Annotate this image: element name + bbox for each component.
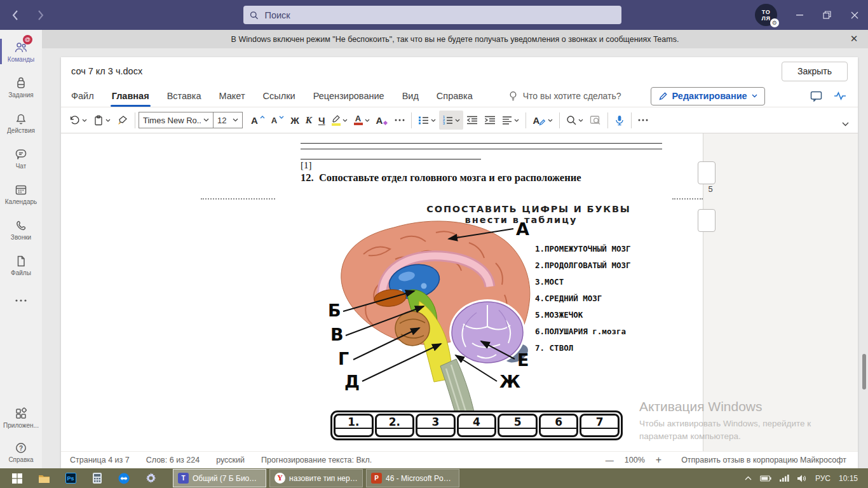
comments-icon[interactable] — [810, 91, 822, 102]
taskbar-app-teams[interactable]: T Общий (7 Б Биолог... — [173, 469, 266, 487]
microphone-icon — [614, 115, 625, 126]
network-signal-icon[interactable] — [780, 475, 789, 482]
taskbar-app-powerpoint[interactable]: P 46 - Microsoft Power... — [366, 469, 459, 487]
back-icon[interactable] — [8, 8, 23, 23]
shrink-font-button[interactable]: А — [268, 111, 287, 130]
sidebar-item-activity[interactable]: Действия — [0, 105, 42, 140]
sidebar-item-help[interactable]: ? Справка — [0, 435, 42, 468]
zoom-in-button[interactable]: + — [654, 454, 663, 466]
tab-review[interactable]: Рецензирование — [304, 85, 393, 107]
clear-formatting-button[interactable]: А — [373, 111, 392, 130]
immersive-reader-button[interactable] — [587, 111, 604, 130]
tab-layout[interactable]: Макет — [210, 85, 254, 107]
collapse-ribbon-button[interactable] — [842, 122, 853, 126]
page-indicator[interactable]: Страница 4 из 7 — [70, 456, 130, 464]
sidebar-item-assignments[interactable]: Задания — [0, 69, 42, 105]
dictate-button[interactable] — [611, 111, 628, 130]
font-size-select[interactable]: 12 — [214, 112, 243, 128]
tab-insert[interactable]: Вставка — [158, 85, 210, 107]
tab-help[interactable]: Справка — [428, 85, 482, 107]
close-document-button[interactable]: Закрыть — [782, 62, 848, 81]
more-commands-button[interactable] — [635, 111, 651, 130]
question-number: 12. — [301, 172, 314, 184]
window-scrollbar-thumb[interactable] — [862, 354, 866, 390]
teams-sidebar: @ Команды Задания Действия Чат Календарь… — [0, 30, 42, 468]
settings-button[interactable] — [137, 468, 164, 488]
font-name-select[interactable]: Times New Ro... — [139, 112, 214, 128]
clock[interactable]: 10:15 — [839, 474, 858, 483]
figure-list-item: 5.МОЗЖЕЧОК — [535, 310, 583, 320]
italic-button[interactable]: К — [302, 111, 315, 130]
margin-marker-box[interactable] — [698, 209, 715, 232]
tab-file[interactable]: Файл — [62, 85, 103, 107]
margin-marker-box[interactable] — [698, 161, 715, 184]
battery-icon[interactable] — [760, 475, 771, 482]
banner-close-icon[interactable]: ✕ — [848, 33, 860, 44]
highlight-button[interactable] — [329, 111, 351, 130]
question-heading: 12. Сопоставьте отдел головного мозга и … — [301, 172, 581, 184]
activity-pulse-icon[interactable] — [834, 91, 846, 101]
tab-view[interactable]: Вид — [393, 85, 428, 107]
sidebar-more-button[interactable] — [0, 283, 42, 318]
question-text: Сопоставьте отдел головного мозга и его … — [319, 172, 581, 184]
feedback-link[interactable]: Отправить отзыв в корпорацию Майкрософт — [681, 456, 846, 464]
windows-logo-icon — [12, 473, 22, 484]
underline-button[interactable]: Ч — [315, 111, 329, 130]
tab-references[interactable]: Ссылки — [254, 85, 304, 107]
photoshop-button[interactable]: Ps — [57, 468, 84, 488]
restore-button[interactable] — [813, 0, 841, 30]
more-formatting-button[interactable] — [391, 111, 408, 130]
zoom-out-button[interactable]: — — [604, 456, 616, 465]
format-painter-button[interactable] — [114, 111, 132, 130]
sidebar-item-teams[interactable]: @ Команды — [0, 34, 42, 69]
taskbar-app-browser[interactable]: Y назовите тип нервн... — [269, 469, 363, 487]
search-input[interactable] — [243, 6, 621, 24]
answer-blank-line — [301, 159, 481, 159]
grow-font-button[interactable]: А — [248, 111, 268, 130]
numbering-button[interactable]: 1 2 3 — [439, 111, 463, 130]
language-indicator[interactable]: русский — [216, 456, 245, 464]
bold-button[interactable]: Ж — [287, 111, 302, 130]
svg-text:3: 3 — [443, 121, 445, 125]
format-painter-icon — [117, 115, 128, 125]
minimize-button[interactable] — [786, 0, 813, 30]
text-prediction-indicator[interactable]: Прогнозирование текста: Вкл. — [261, 456, 372, 464]
editing-mode-button[interactable]: Редактирование — [651, 87, 765, 105]
photoshop-icon: Ps — [65, 473, 76, 484]
font-color-button[interactable]: А — [351, 111, 373, 130]
keyboard-language[interactable]: РУС — [815, 474, 831, 483]
sidebar-item-calls[interactable]: Звонки — [0, 212, 42, 247]
sidebar-item-apps[interactable]: Приложен... — [0, 400, 42, 435]
forward-icon[interactable] — [33, 8, 48, 23]
hidden-icons-caret-icon[interactable] — [745, 476, 752, 480]
teamviewer-button[interactable] — [111, 468, 137, 488]
avatar[interactable]: ТО ЛЯ ⚙ — [755, 4, 777, 26]
document-canvas[interactable]: [1] 12. Сопоставьте отдел головного мозг… — [61, 133, 858, 451]
increase-indent-button[interactable] — [481, 111, 499, 130]
bullets-button[interactable] — [415, 111, 439, 130]
sidebar-item-files[interactable]: Файлы — [0, 247, 42, 283]
brain-diagram-image[interactable]: СОПОСТАВИТЬ ЦИФРЫ И БУКВЫ внести в табли… — [305, 202, 635, 412]
alignment-button[interactable] — [499, 111, 522, 130]
sidebar-item-calendar[interactable]: Календарь — [0, 176, 42, 212]
find-button[interactable] — [563, 111, 587, 130]
file-explorer-button[interactable] — [31, 468, 57, 488]
search-field[interactable] — [263, 10, 615, 21]
zoom-level[interactable]: 100% — [625, 456, 645, 464]
calculator-button[interactable] — [84, 468, 111, 488]
answer-blank-line — [301, 143, 662, 144]
close-button[interactable] — [841, 0, 868, 30]
font-color-bar — [354, 123, 363, 125]
undo-button[interactable] — [66, 111, 90, 130]
decrease-indent-button[interactable] — [463, 111, 481, 130]
start-button[interactable] — [4, 468, 31, 488]
apps-grid-icon — [13, 407, 29, 421]
paste-button[interactable] — [90, 111, 114, 130]
sidebar-item-chat[interactable]: Чат — [0, 140, 42, 176]
word-count[interactable]: Слов: 6 из 224 — [146, 456, 200, 464]
tab-home[interactable]: Главная — [103, 85, 158, 107]
tell-me-box[interactable]: Что вы хотите сделать? — [508, 91, 621, 102]
styles-button[interactable]: А — [529, 111, 556, 130]
volume-icon[interactable] — [797, 475, 807, 482]
chevron-down-icon — [514, 119, 519, 122]
